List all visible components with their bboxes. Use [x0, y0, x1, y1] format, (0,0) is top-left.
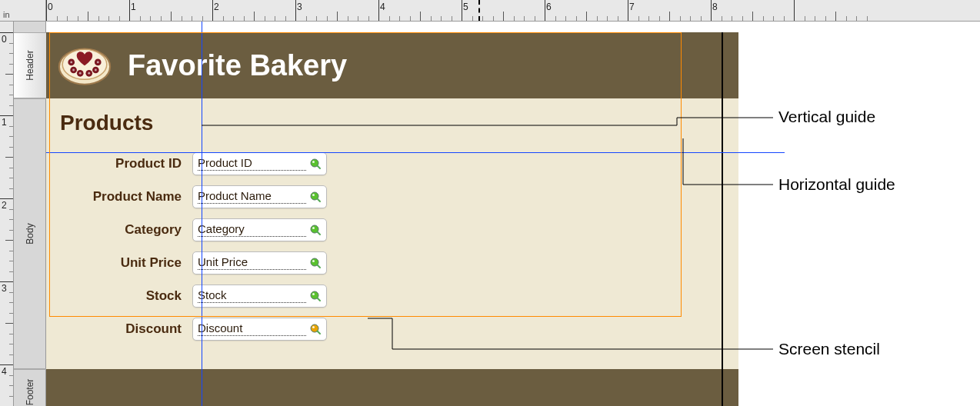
field-value: Product Name [198, 190, 306, 204]
magnify-icon[interactable] [309, 158, 322, 170]
ruler-corner: in [0, 0, 46, 22]
field-edit-box[interactable]: Product Name [192, 185, 327, 208]
ruler-h-number: 2 [214, 2, 219, 12]
ruler-unit-label: in [3, 10, 10, 19]
annotation-horizontal-guide: Horizontal guide [778, 175, 895, 194]
field-value: Unit Price [198, 256, 306, 270]
section-footer-label: Footer [25, 379, 35, 406]
field-value: Category [198, 223, 306, 237]
field-value: Stock [198, 289, 306, 303]
layout-body[interactable]: Products Product IDProduct IDProduct Nam… [46, 98, 738, 369]
svg-point-5 [79, 72, 82, 75]
ruler-cursor-marker [478, 0, 480, 21]
section-body-tab[interactable]: Body [14, 98, 46, 369]
field-edit-box[interactable]: Product ID [192, 152, 327, 175]
field-row: Product IDProduct ID [46, 152, 327, 175]
svg-line-31 [318, 331, 321, 334]
body-section-title: Products [60, 111, 153, 135]
horizontal-ruler[interactable]: 012345678 [46, 0, 980, 22]
svg-point-18 [312, 194, 315, 196]
logo-icon [57, 42, 112, 88]
field-value: Product ID [198, 157, 306, 171]
ruler-h-number: 6 [546, 2, 552, 12]
ruler-h-number: 3 [297, 2, 302, 12]
field-value: Discount [198, 322, 306, 336]
field-label: Product Name [46, 189, 192, 205]
field-row: CategoryCategory [46, 218, 327, 241]
field-edit-box[interactable]: Unit Price [192, 251, 327, 275]
svg-point-13 [97, 61, 99, 63]
ruler-v-number: 3 [2, 283, 7, 294]
field-label: Product ID [46, 156, 192, 171]
vertical-ruler[interactable]: 01234 [0, 22, 14, 406]
page-title: Favorite Bakery [128, 49, 347, 82]
svg-line-19 [318, 199, 321, 202]
svg-point-11 [70, 61, 72, 63]
field-row: Product NameProduct Name [46, 185, 327, 208]
field-label: Category [46, 222, 192, 238]
svg-line-16 [318, 166, 321, 169]
svg-point-21 [312, 227, 315, 229]
ruler-v-number: 0 [2, 34, 7, 45]
svg-line-22 [318, 232, 321, 235]
layout-footer[interactable] [46, 369, 738, 406]
svg-point-9 [95, 69, 97, 72]
field-edit-box[interactable]: Stock [192, 285, 327, 308]
svg-point-3 [72, 69, 75, 72]
field-label: Stock [46, 288, 192, 304]
field-edit-box[interactable]: Discount [192, 318, 327, 341]
paper-edge [722, 32, 723, 406]
field-row: DiscountDiscount [46, 318, 327, 341]
ruler-h-number: 0 [48, 2, 53, 12]
field-row: StockStock [46, 285, 327, 308]
magnify-icon[interactable] [309, 224, 322, 236]
section-header-label: Header [25, 50, 35, 80]
magnify-icon[interactable] [309, 257, 322, 269]
magnify-icon[interactable] [309, 191, 322, 203]
ruler-h-number: 7 [629, 2, 635, 12]
magnify-icon[interactable] [309, 323, 322, 335]
field-edit-box[interactable]: Category [192, 218, 327, 241]
annotation-vertical-guide: Vertical guide [778, 108, 875, 126]
section-header-tab[interactable]: Header [14, 32, 46, 98]
ruler-v-number: 2 [2, 200, 7, 211]
svg-point-7 [88, 72, 90, 75]
svg-point-15 [312, 161, 315, 163]
svg-point-30 [312, 326, 315, 328]
ruler-h-number: 4 [380, 2, 385, 12]
magnify-icon[interactable] [309, 290, 322, 302]
field-row: Unit PriceUnit Price [46, 251, 327, 275]
section-footer-tab[interactable]: Footer [14, 369, 46, 406]
svg-line-25 [318, 265, 321, 268]
ruler-v-number: 4 [2, 366, 7, 377]
section-gutter: Header Body Footer [14, 22, 46, 406]
field-label: Unit Price [46, 255, 192, 271]
svg-point-24 [312, 260, 315, 262]
layout-header[interactable]: Favorite Bakery [46, 32, 738, 98]
ruler-h-number: 5 [463, 2, 468, 12]
svg-line-28 [318, 298, 321, 301]
annotation-screen-stencil: Screen stencil [778, 340, 880, 358]
section-body-label: Body [25, 223, 35, 244]
layout-canvas[interactable]: Favorite Bakery Products Product IDProdu… [46, 22, 738, 406]
ruler-v-number: 1 [2, 117, 7, 128]
ruler-h-number: 8 [712, 2, 718, 12]
ruler-h-number: 1 [131, 2, 136, 12]
field-label: Discount [46, 321, 192, 337]
svg-point-27 [312, 293, 315, 295]
